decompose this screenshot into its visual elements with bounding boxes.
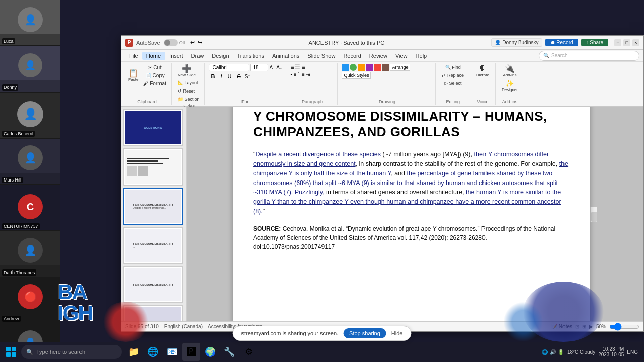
menu-home[interactable]: Home [142, 52, 165, 60]
font-size-select[interactable]: 18 [250, 64, 268, 71]
increase-font-icon[interactable]: A↑ [269, 65, 275, 70]
underline-button[interactable]: U [225, 72, 233, 80]
centurion-label: CENTURION737 [2, 223, 40, 229]
window-controls[interactable]: − □ × [614, 39, 639, 46]
italic-button[interactable]: I [218, 72, 224, 80]
search-box[interactable]: 🔍 Search [539, 51, 639, 61]
format-painter-button[interactable]: 🖌 Format [141, 80, 168, 87]
taskbar-misc1-icon[interactable]: 🔧 [220, 343, 238, 361]
taskbar-misc2-icon[interactable]: ⚙ [239, 343, 258, 361]
screen-share-bar: streamyard.com is sharing your screen. S… [233, 326, 412, 341]
addins-label: Add-ins [500, 98, 520, 104]
menu-transitions[interactable]: Transitions [233, 52, 268, 60]
volume-icon[interactable]: 🔊 [550, 349, 556, 355]
menu-help[interactable]: Help [412, 52, 431, 60]
copy-button[interactable]: 📄 Copy [141, 72, 168, 79]
paste-button[interactable]: 📋 Paste [126, 64, 140, 87]
menu-draw[interactable]: Draw [187, 52, 208, 60]
video-panel-darth: 👤 Darth Thoranes [0, 231, 60, 277]
menu-slideshow[interactable]: Slide Show [303, 52, 339, 60]
strikethrough-button[interactable]: S [235, 72, 243, 80]
taskbar-search-box[interactable]: 🔍 Type here to search [21, 345, 122, 359]
network-icon[interactable]: 🌐 [542, 349, 548, 355]
decrease-font-icon[interactable]: A↓ [276, 65, 282, 70]
shape-arrow[interactable] [366, 64, 373, 71]
indent-icon[interactable]: ⇥ [306, 72, 310, 77]
menu-design[interactable]: Design [208, 52, 233, 60]
addins-button[interactable]: 🔌 Add-ins [500, 64, 520, 78]
close-button[interactable]: × [632, 39, 639, 46]
select-button[interactable]: ▷ Select [440, 80, 466, 87]
slide-93-mini-title: QUESTIONS [142, 124, 164, 131]
record-button[interactable]: ⏺ Record [545, 39, 578, 46]
mars-label: Mars Hill [2, 177, 23, 183]
slide-thumb-94[interactable] [123, 148, 183, 186]
slide-scrollbar[interactable] [590, 207, 597, 222]
menu-insert[interactable]: Insert [165, 52, 187, 60]
language: English (Canada) [164, 324, 203, 329]
dictate-button[interactable]: 🎙 Dictate [473, 64, 492, 78]
slide-thumb-container-96: 96 Y CHROMOSOME DISSIMILARITY ... [123, 227, 184, 264]
slide-body: "Despite a recent divergence of these sp… [253, 150, 570, 251]
taskbar-mail-icon[interactable]: 📧 [163, 343, 181, 361]
shadow-button[interactable]: S⁺ [245, 74, 251, 79]
ribbon-slides-group: ➕ New Slide 📐 Layout ↺ Reset 📁 Section S… [173, 63, 205, 105]
font-family-select[interactable]: Calibri [209, 64, 249, 71]
menu-animations[interactable]: Animations [268, 52, 303, 60]
taskbar-search-icon: 🔍 [26, 349, 33, 355]
align-center-icon[interactable]: ☰ [295, 64, 300, 71]
taskbar-ppt-icon[interactable]: 🅿 [182, 343, 200, 361]
bullet-list-icon[interactable]: • ≡ [290, 72, 296, 77]
redo-icon[interactable]: ↪ [198, 39, 202, 46]
taskbar-explorer-icon[interactable]: 📁 [125, 343, 143, 361]
shape-text[interactable] [382, 64, 389, 71]
battery-icon[interactable]: 🔋 [558, 349, 564, 355]
designer-button[interactable]: ✨ Designer [500, 78, 520, 93]
menu-view[interactable]: View [391, 52, 412, 60]
autosave-toggle[interactable] [164, 39, 178, 46]
shape-circle[interactable] [350, 64, 357, 71]
shape-rect[interactable] [342, 64, 349, 71]
scrollbar-thumb[interactable] [591, 212, 597, 222]
new-slide-button[interactable]: ➕ New Slide [176, 64, 198, 78]
numbered-list-icon[interactable]: 1.≡ [298, 72, 305, 77]
reset-button[interactable]: ↺ Reset [176, 87, 197, 95]
replace-button[interactable]: ⇄ Replace [440, 72, 466, 79]
language-indicator: ENG [627, 349, 638, 355]
slide-thumb-container-97: 97 Y CHROMOSOME DISSIMILARITY [123, 266, 184, 303]
autosave-label: AutoSave [136, 40, 160, 46]
slide-thumb-93[interactable]: QUESTIONS [123, 109, 183, 146]
quick-styles-button[interactable]: Quick Styles [342, 72, 371, 79]
layout-button[interactable]: 📐 Layout [176, 79, 200, 86]
arrange-button[interactable]: Arrange [390, 64, 410, 71]
start-button[interactable] [2, 343, 20, 361]
align-left-icon[interactable]: ≡ [290, 64, 294, 71]
menu-file[interactable]: File [125, 52, 142, 60]
video-panel-donny: 👤 Donny [0, 46, 60, 92]
menu-record[interactable]: Record [339, 52, 365, 60]
shape-triangle[interactable] [358, 64, 365, 71]
bold-button[interactable]: B [209, 72, 217, 80]
find-button[interactable]: 🔍 Find [440, 64, 466, 71]
undo-icon[interactable]: ↩ [190, 39, 195, 46]
cut-button[interactable]: ✂ Cut [141, 64, 168, 71]
clock-time: 10:23 PM [603, 346, 624, 352]
share-button[interactable]: ↑ Share [581, 39, 608, 46]
slide-thumb-97[interactable]: Y CHROMOSOME DISSIMILARITY [123, 266, 183, 303]
minimize-button[interactable]: − [614, 39, 621, 46]
align-right-icon[interactable]: ≡ [301, 64, 305, 71]
maximize-button[interactable]: □ [623, 39, 630, 46]
voice-label: Voice [473, 98, 492, 104]
taskbar-edge-icon[interactable]: 🌐 [144, 343, 162, 361]
slide-95-mini-content: Y CHROMOSOME DISSIMILARITY Despite a rec… [131, 202, 175, 211]
menu-review[interactable]: Review [365, 52, 391, 60]
zoom-slider[interactable] [609, 323, 639, 331]
shape-star[interactable] [374, 64, 381, 71]
section-button[interactable]: 📁 Section [176, 96, 202, 103]
slide-96-mini-content: Y CHROMOSOME DISSIMILARITY ... [131, 241, 175, 250]
hide-button[interactable]: Hide [391, 330, 403, 336]
stop-sharing-button[interactable]: Stop sharing [343, 328, 386, 338]
slide-thumb-95[interactable]: Y CHROMOSOME DISSIMILARITY Despite a rec… [123, 188, 183, 225]
slide-thumb-96[interactable]: Y CHROMOSOME DISSIMILARITY ... [123, 227, 183, 264]
taskbar-chrome-icon[interactable]: 🌍 [201, 343, 219, 361]
